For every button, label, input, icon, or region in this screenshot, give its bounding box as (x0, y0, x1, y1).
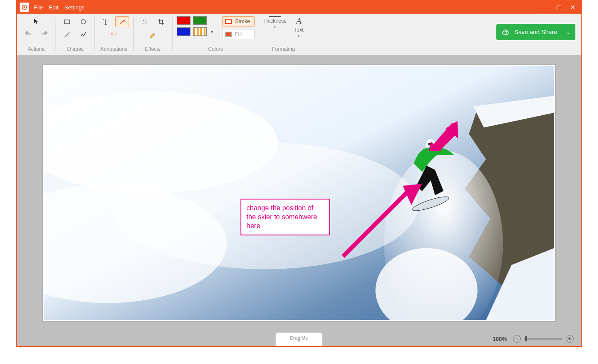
annotation-text: change the position of the skier to some… (246, 204, 317, 229)
app-window: File Edit Settings — ▢ ✕ (16, 0, 582, 347)
group-shapes-label: Shapes (66, 44, 84, 55)
chevron-down-icon: ▾ (274, 25, 276, 29)
app-logo-icon (20, 3, 29, 12)
ribbon: Actions (17, 14, 581, 55)
separator (133, 17, 134, 51)
thickness-label: Thickness (264, 18, 287, 24)
svg-text:T: T (111, 33, 113, 37)
zoom-in-button[interactable]: + (566, 335, 574, 343)
zoom-level: 100% (492, 336, 507, 342)
zoom-slider-thumb[interactable] (525, 336, 527, 341)
drag-me-handle[interactable]: Drag Me ︾ (276, 332, 322, 346)
cloud-upload-icon (502, 28, 510, 36)
svg-point-10 (146, 21, 147, 22)
color-green[interactable] (193, 16, 207, 25)
ellipse-tool[interactable] (76, 16, 90, 27)
group-formatting-label: Formating (272, 44, 295, 55)
separator (172, 17, 173, 51)
color-red[interactable] (177, 16, 191, 25)
group-effects-label: Effects (145, 44, 160, 55)
more-colors-icon[interactable]: ▾ (209, 29, 215, 34)
save-and-share-label: Save and Share (514, 29, 557, 35)
group-formatting: Thickness ▾ A Text ▾ Formating (264, 14, 304, 55)
blur-tool[interactable] (138, 16, 152, 27)
svg-point-13 (145, 23, 146, 24)
zoom-out-button[interactable]: − (513, 335, 521, 343)
svg-point-3 (81, 20, 85, 24)
color-custom[interactable] (193, 27, 207, 36)
rectangle-tool[interactable] (60, 16, 74, 27)
svg-point-12 (142, 23, 143, 24)
save-and-share-button[interactable]: Save and Share ⌄ (496, 24, 575, 40)
menu-settings[interactable]: Settings (64, 4, 85, 11)
fill-icon (225, 32, 232, 37)
window-controls: — ▢ ✕ (542, 4, 581, 10)
text-tool[interactable]: T (99, 16, 113, 27)
group-actions-label: Actions (28, 44, 44, 55)
zoom-slider[interactable] (524, 338, 563, 340)
group-actions: Actions (21, 14, 51, 55)
menu-bar: File Edit Settings (34, 4, 85, 11)
svg-point-8 (143, 20, 144, 21)
group-colors: ▾ Stroke Fill Colors (177, 14, 255, 55)
svg-line-7 (114, 33, 116, 35)
menu-file[interactable]: File (34, 4, 43, 11)
group-effects: Effects (138, 14, 168, 55)
separator (94, 17, 95, 51)
thickness-dropdown[interactable]: Thickness ▾ (264, 16, 287, 38)
chevron-down-icon[interactable]: ⌄ (566, 29, 570, 35)
pointer-tool[interactable] (29, 16, 43, 27)
svg-point-9 (145, 19, 146, 20)
redo-button[interactable] (38, 29, 51, 40)
line-tool[interactable] (60, 29, 74, 40)
stroke-button[interactable]: Stroke (222, 16, 255, 26)
workarea: change the position of the skier to some… (17, 55, 581, 332)
group-annotations: T T Annotations (99, 14, 129, 55)
svg-rect-21 (428, 143, 433, 145)
separator (259, 17, 259, 51)
svg-point-1 (23, 6, 25, 8)
svg-line-5 (120, 20, 124, 25)
fill-button[interactable]: Fill (222, 29, 255, 39)
svg-rect-2 (64, 20, 70, 24)
group-shapes: Shapes (60, 14, 90, 55)
chevron-down-icon: ▾ (298, 34, 300, 38)
statusbar: Drag Me ︾ 100% − + (17, 332, 581, 346)
undo-button[interactable] (21, 29, 35, 40)
menu-edit[interactable]: Edit (49, 4, 58, 11)
text-arrow-tool[interactable]: T (105, 29, 123, 40)
thickness-icon (269, 16, 281, 17)
group-annotations-label: Annotations (100, 44, 127, 55)
minimize-icon[interactable]: — (542, 4, 548, 10)
text-format-dropdown[interactable]: A Text ▾ (294, 16, 304, 38)
crop-tool[interactable] (154, 16, 168, 27)
annotation-text-box[interactable]: change the position of the skier to some… (240, 199, 330, 235)
stroke-label: Stroke (235, 18, 250, 24)
chevron-down-icon: ︾ (297, 341, 301, 344)
stroke-icon (225, 19, 232, 24)
svg-point-11 (144, 22, 144, 23)
separator (56, 17, 56, 51)
separator (562, 27, 562, 37)
text-format-icon: A (296, 16, 301, 26)
canvas-image (44, 66, 554, 320)
color-blue[interactable] (177, 27, 191, 36)
group-colors-label: Colors (208, 44, 223, 55)
highlighter-tool[interactable] (146, 29, 160, 40)
titlebar: File Edit Settings — ▢ ✕ (17, 1, 581, 14)
text-format-label: Text (294, 27, 304, 33)
fill-label: Fill (235, 31, 242, 37)
close-icon[interactable]: ✕ (570, 4, 575, 10)
arrow-tool[interactable] (115, 16, 129, 27)
maximize-icon[interactable]: ▢ (556, 4, 562, 10)
svg-line-4 (64, 32, 69, 37)
polyline-tool[interactable] (76, 29, 90, 40)
canvas[interactable]: change the position of the skier to some… (43, 65, 555, 321)
